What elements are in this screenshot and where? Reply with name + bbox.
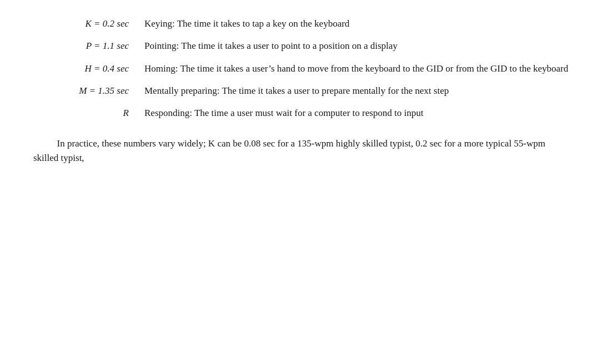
definition-term-pointing: P = 1.1 sec — [33, 39, 144, 53]
definition-list: K = 0.2 secKeying: The time it takes to … — [33, 17, 569, 121]
definition-description-homing: Homing: The time it takes a user’s hand … — [144, 62, 569, 76]
definition-description-mentally: Mentally preparing: The time it takes a … — [144, 84, 569, 98]
definition-description-pointing: Pointing: The time it takes a user to po… — [144, 39, 569, 53]
body-paragraph: In practice, these numbers vary widely; … — [33, 136, 569, 166]
definition-term-homing: H = 0.4 sec — [33, 62, 144, 76]
definition-term-responding: R — [33, 106, 144, 120]
definition-description-responding: Responding: The time a user must wait fo… — [144, 106, 569, 120]
definition-row-mentally: M = 1.35 secMentally preparing: The time… — [33, 84, 569, 98]
definition-term-keying: K = 0.2 sec — [33, 17, 144, 31]
definition-row-responding: RResponding: The time a user must wait f… — [33, 106, 569, 120]
definition-row-pointing: P = 1.1 secPointing: The time it takes a… — [33, 39, 569, 53]
definition-term-mentally: M = 1.35 sec — [33, 84, 144, 98]
definition-description-keying: Keying: The time it takes to tap a key o… — [144, 17, 569, 31]
definition-row-keying: K = 0.2 secKeying: The time it takes to … — [33, 17, 569, 31]
definition-row-homing: H = 0.4 secHoming: The time it takes a u… — [33, 62, 569, 76]
